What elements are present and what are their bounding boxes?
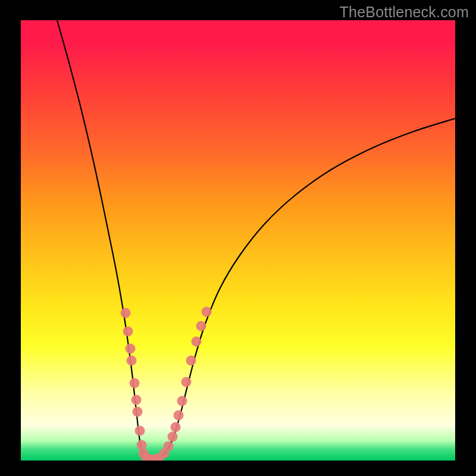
data-marker bbox=[171, 422, 181, 433]
data-marker bbox=[181, 377, 192, 387]
data-marker bbox=[127, 356, 137, 366]
data-marker bbox=[168, 432, 178, 442]
data-marker bbox=[192, 337, 202, 347]
data-marker bbox=[131, 395, 142, 405]
data-marker bbox=[186, 356, 196, 366]
data-marker bbox=[177, 396, 187, 406]
data-marker bbox=[164, 441, 174, 452]
data-marker bbox=[123, 327, 133, 337]
bottleneck-curve bbox=[57, 20, 455, 459]
data-markers bbox=[121, 307, 212, 461]
data-marker bbox=[137, 440, 147, 450]
data-marker bbox=[174, 411, 184, 421]
data-marker bbox=[202, 307, 212, 317]
data-marker bbox=[126, 344, 136, 354]
data-marker bbox=[133, 407, 143, 417]
data-marker bbox=[130, 378, 140, 389]
data-marker bbox=[121, 308, 131, 318]
data-marker bbox=[196, 321, 206, 331]
chart-frame: TheBottleneck.com bbox=[0, 0, 476, 476]
watermark-text: TheBottleneck.com bbox=[340, 4, 469, 21]
data-marker bbox=[135, 426, 145, 436]
plot-area bbox=[21, 20, 455, 461]
curve-layer bbox=[21, 20, 455, 461]
